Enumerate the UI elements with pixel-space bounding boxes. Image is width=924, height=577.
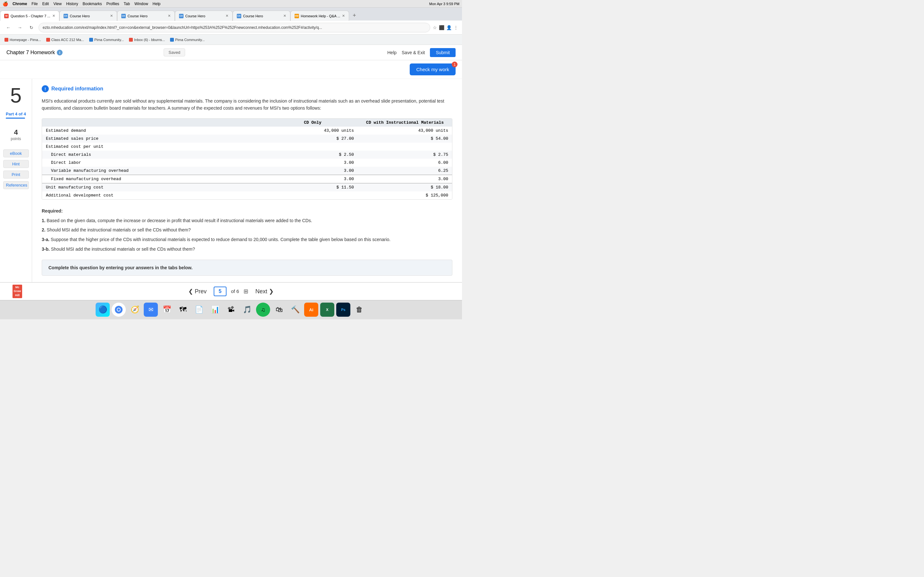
tab-4[interactable]: CH Course Hero ✕ [175,11,233,21]
edit-menu[interactable]: Edit [42,2,49,6]
table-cell-cd-only: 3.00 [268,167,358,175]
tab-close-4[interactable]: ✕ [226,14,228,18]
sidebar-links: eBook Hint Print References [3,149,29,189]
history-menu[interactable]: History [66,2,78,6]
submit-button[interactable]: Submit [430,48,456,57]
bookmark-4[interactable]: Inbox (6) - bburns... [128,37,166,42]
tab-title-1: Question 5 - Chapter 7 ... [11,14,50,18]
help-menu[interactable]: Help [153,2,161,6]
tab-close-2[interactable]: ✕ [110,14,113,18]
bookmark-label-1: Homepage - Pima... [10,38,41,42]
tab-5[interactable]: CH Course Hero ✕ [233,11,290,21]
table-row: Additional development cost$ 125,000 [42,191,452,199]
reload-button[interactable]: ↻ [27,23,36,32]
new-tab-button[interactable]: + [349,10,359,21]
menu-time: Mon Apr 3 9:59 PM [429,2,459,6]
info-icon[interactable]: i [57,50,63,55]
tabs-bar: M Question 5 - Chapter 7 ... ✕ CH Course… [0,8,462,21]
page-input[interactable] [214,287,226,296]
dock-excel[interactable]: X [320,303,334,317]
dock-spotify[interactable]: ♫ [256,303,270,317]
app-name[interactable]: Chrome [13,2,27,6]
svg-point-2 [118,308,120,311]
required-item: 3-a. Suppose that the higher price of th… [42,236,452,243]
dock-xcode[interactable]: 🔨 [288,303,302,317]
tab-close-3[interactable]: ✕ [168,14,171,18]
help-button[interactable]: Help [387,50,397,55]
dock-keynote[interactable]: 📽 [224,303,238,317]
dock-finder[interactable]: 🔵 [95,303,110,317]
next-button[interactable]: Next ❯ [253,287,276,296]
dock-calendar[interactable]: 📅 [160,303,174,317]
print-button[interactable]: Print [3,171,29,179]
complete-box: Complete this question by entering your … [42,259,452,276]
bookmark-2[interactable]: Class ACC 212 Ma... [45,37,86,42]
bookmark-star-icon[interactable]: ☆ [433,25,437,30]
tab-3[interactable]: CH Course Hero ✕ [117,11,175,21]
required-info-label: Required information [51,86,103,92]
back-button[interactable]: ← [4,23,13,32]
tab-menu[interactable]: Tab [124,2,130,6]
dock-music[interactable]: 🎵 [240,303,254,317]
bookmark-5[interactable]: Pima Community... [169,37,206,42]
save-exit-button[interactable]: Save & Exit [402,50,425,55]
dock-maps[interactable]: 🗺 [176,303,190,317]
table-cell-cd-only: $ 2.50 [268,151,358,159]
profiles-menu[interactable]: Profiles [107,2,120,6]
apple-menu[interactable]: 🍎 [3,1,8,6]
profile-icon[interactable]: 👤 [446,25,452,30]
dock-chrome[interactable] [111,303,126,317]
prev-button[interactable]: ❮ Prev [186,287,209,296]
dock-photoshop[interactable]: Ps [336,303,351,317]
dock-safari[interactable]: 🧭 [128,303,142,317]
tab-active[interactable]: M Question 5 - Chapter 7 ... ✕ [0,11,59,21]
tab-2[interactable]: CH Course Hero ✕ [59,11,117,21]
file-menu[interactable]: File [31,2,37,6]
table-body: Estimated demand43,000 units43,000 units… [42,127,452,199]
check-work-button[interactable]: Check my work 1 [410,63,456,75]
table-cell-label: Additional development cost [42,191,268,199]
required-item: 2. Should MSI add the instructional mate… [42,226,452,234]
dock-illustrator[interactable]: Ai [304,303,318,317]
hint-button[interactable]: Hint [3,160,29,168]
required-section: Required: 1. Based on the given data, co… [42,207,452,253]
bookmark-1[interactable]: Homepage - Pima... [3,37,42,42]
table-cell-cd-only: 3.00 [268,175,358,183]
window-menu[interactable]: Window [134,2,148,6]
complete-box-text: Complete this question by entering your … [48,265,192,270]
dock-numbers[interactable]: 📊 [208,303,222,317]
ebook-button[interactable]: eBook [3,149,29,157]
table-header-row: CD Only CD with Instructional Materials [42,119,452,127]
table-row: Estimated sales price$ 27.00$ 54.00 [42,135,452,143]
grid-view-icon[interactable]: ⊞ [244,288,248,295]
tab-6[interactable]: HW Homework Help - Q&A ... ✕ [290,11,349,21]
tab-close-6[interactable]: ✕ [342,14,345,18]
bookmarks-menu[interactable]: Bookmarks [83,2,102,6]
extension-icon[interactable]: ⬛ [439,25,444,30]
page-title: Chapter 7 Homework [6,50,55,55]
view-menu[interactable]: View [53,2,61,6]
table-row: Direct labor3.006.00 [42,159,452,167]
dock-pages[interactable]: 📄 [192,303,206,317]
table-row: Direct materials$ 2.50$ 2.75 [42,151,452,159]
tab-favicon-1: M [4,14,9,18]
bookmark-3[interactable]: Pima Community... [88,37,125,42]
check-work-area: Check my work 1 [0,60,462,79]
tab-close-1[interactable]: ✕ [52,14,55,18]
part-progress-bar [6,118,25,119]
table-row: Fixed manufacturing overhead3.003.00 [42,175,452,183]
table-cell-cd-im: $ 2.75 [358,151,452,159]
dock-trash[interactable]: 🗑 [352,303,367,317]
dock-mail[interactable]: ✉ [144,303,158,317]
tab-favicon-4: CH [179,14,184,18]
tab-close-5[interactable]: ✕ [283,14,286,18]
table-row: Unit manufacturing cost$ 11.50$ 18.00 [42,183,452,191]
forward-button[interactable]: → [15,23,24,32]
dock-appstore[interactable]: 🛍 [272,303,286,317]
bookmark-label-5: Pima Community... [175,38,205,42]
table-cell-cd-only: $ 27.00 [268,135,358,143]
bookmark-label-4: Inbox (6) - bburns... [134,38,165,42]
address-input[interactable] [39,23,430,32]
references-button[interactable]: References [3,181,29,189]
menu-dots-icon[interactable]: ⋮ [454,25,458,30]
